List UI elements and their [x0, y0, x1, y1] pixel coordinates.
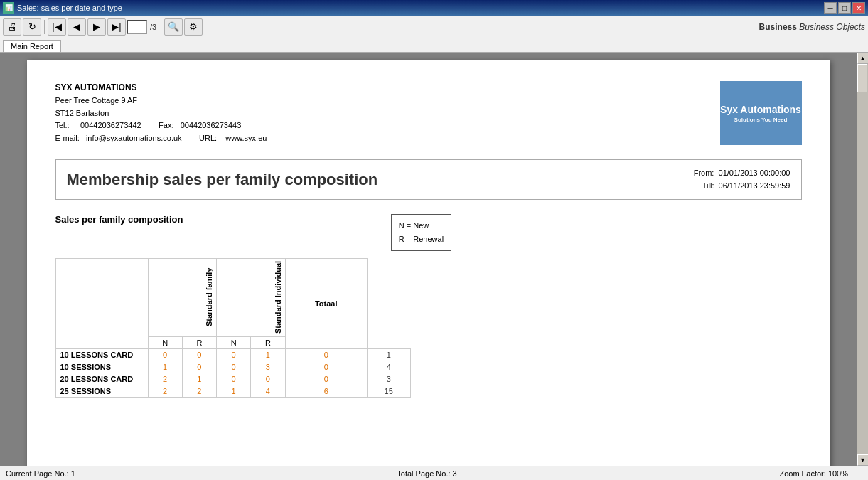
cell-val: 6 — [285, 385, 367, 397]
zoom-status: Zoom Factor: 100% — [577, 469, 862, 478]
cell-val: 1 — [251, 348, 285, 361]
cell-val: 4 — [251, 385, 285, 397]
cell-val: 2 — [182, 385, 216, 397]
report-container: SYX AUTOMATIONS Peer Tree Cottage 9 AF S… — [0, 53, 857, 466]
cell-val: 3 — [251, 361, 285, 373]
cell-val: 0 — [148, 348, 182, 361]
table-row: 10 SESSIONS 1 0 0 3 0 4 — [55, 361, 410, 373]
table-row: 20 LESSONS CARD 2 1 0 0 0 3 — [55, 373, 410, 385]
page-total: /3 — [149, 23, 158, 31]
cell-val: 0 — [285, 361, 367, 373]
empty-header — [55, 258, 148, 348]
cell-total: 3 — [367, 373, 410, 385]
cell-val: 1 — [148, 361, 182, 373]
last-page-button[interactable]: ▶| — [107, 18, 126, 36]
settings-button[interactable]: ⚙ — [184, 18, 203, 36]
company-email: E-mail: info@syxautomations.co.uk URL: w… — [55, 132, 267, 145]
current-page-status: Current Page No.: 1 — [6, 469, 291, 478]
cell-val: 0 — [217, 361, 251, 373]
status-bar: Current Page No.: 1 Total Page No.: 3 Zo… — [0, 466, 868, 480]
minimize-button[interactable]: ─ — [824, 2, 837, 14]
company-tel: Tel.: 00442036273442 Fax: 00442036273443 — [55, 119, 267, 132]
data-table: Standard family Standard Individual Tota… — [55, 258, 411, 398]
sub-n-1: N — [148, 336, 182, 348]
title-bar: 📊 Sales: sales per date and type ─ □ ✕ — [0, 0, 868, 16]
row-label: 10 LESSONS CARD — [55, 348, 148, 361]
cell-val: 0 — [251, 373, 285, 385]
page-number-input[interactable]: 1 — [127, 20, 147, 34]
table-row: 10 LESSONS CARD 0 0 0 1 0 1 — [55, 348, 410, 361]
cell-val: 2 — [148, 385, 182, 397]
sub-n-2: N — [217, 336, 251, 348]
sub-r-1: R — [182, 336, 216, 348]
company-address1: Peer Tree Cottage 9 AF — [55, 95, 267, 107]
separator-2 — [161, 20, 161, 34]
maximize-button[interactable]: □ — [838, 2, 851, 14]
cell-val: 0 — [285, 373, 367, 385]
cell-val: 2 — [148, 373, 182, 385]
row-label: 25 SESSIONS — [55, 385, 148, 397]
company-name: SYX AUTOMATIONS — [55, 81, 267, 95]
cell-val: 1 — [182, 373, 216, 385]
new-button[interactable]: 🖨 — [3, 18, 21, 36]
sub-r-2: R — [251, 336, 285, 348]
col-standard-family: Standard family — [148, 258, 217, 336]
cell-val: 1 — [217, 385, 251, 397]
app-icon: 📊 — [3, 2, 14, 14]
row-label: 20 LESSONS CARD — [55, 373, 148, 385]
table-row: 25 SESSIONS 2 2 1 4 6 15 — [55, 385, 410, 397]
scroll-track[interactable] — [857, 64, 868, 454]
cell-total: 1 — [367, 348, 410, 361]
report-page: SYX AUTOMATIONS Peer Tree Cottage 9 AF S… — [27, 60, 830, 466]
company-info: SYX AUTOMATIONS Peer Tree Cottage 9 AF S… — [55, 81, 267, 145]
scroll-thumb[interactable] — [857, 64, 867, 92]
tab-bar: Main Report — [0, 38, 868, 53]
search-button[interactable]: 🔍 — [164, 18, 183, 36]
company-logo: Syx Automations Solutions You Need — [720, 81, 802, 145]
company-header: SYX AUTOMATIONS Peer Tree Cottage 9 AF S… — [55, 81, 802, 145]
cell-val: 0 — [285, 348, 367, 361]
report-date-range: From: 01/01/2013 00:00:00 Till: 06/11/20… — [694, 167, 791, 192]
first-page-button[interactable]: |◀ — [48, 18, 66, 36]
report-title-box: Membership sales per family composition … — [55, 159, 802, 200]
col-totaal: Totaal — [285, 258, 367, 348]
tab-main-report[interactable]: Main Report — [3, 40, 61, 52]
legend-item-1: N = New — [399, 219, 444, 233]
legend-box: N = New R = Renewal — [391, 214, 451, 250]
cell-val: 0 — [182, 348, 216, 361]
prev-page-button[interactable]: ◀ — [68, 18, 86, 36]
total-pages-status: Total Page No.: 3 — [291, 469, 577, 478]
section-title: Sales per family composition — [55, 214, 183, 225]
next-page-button[interactable]: ▶ — [87, 18, 106, 36]
legend-section: Sales per family composition N = New R =… — [55, 214, 802, 250]
legend-item-2: R = Renewal — [399, 233, 444, 246]
main-area: SYX AUTOMATIONS Peer Tree Cottage 9 AF S… — [0, 53, 868, 466]
cell-total: 4 — [367, 361, 410, 373]
separator-1 — [44, 20, 45, 34]
cell-val: 0 — [182, 361, 216, 373]
company-address2: ST12 Barlaston — [55, 107, 267, 120]
report-title: Membership sales per family composition — [67, 171, 378, 189]
refresh-button[interactable]: ↻ — [23, 18, 41, 36]
scroll-down-button[interactable]: ▼ — [857, 454, 869, 466]
cell-val: 0 — [217, 348, 251, 361]
toolbar: 🖨 ↻ |◀ ◀ ▶ ▶| 1 /3 🔍 ⚙ Business Business… — [0, 16, 868, 38]
cell-total: 15 — [367, 385, 410, 397]
scroll-up-button[interactable]: ▲ — [857, 53, 869, 64]
close-button[interactable]: ✕ — [852, 2, 865, 14]
scrollbar: ▲ ▼ — [857, 53, 868, 466]
row-label: 10 SESSIONS — [55, 361, 148, 373]
business-objects-logo: Business Business Objects — [759, 22, 865, 32]
cell-val: 0 — [217, 373, 251, 385]
window-title: Sales: sales per date and type — [17, 4, 122, 12]
col-standard-individual: Standard Individual — [217, 258, 286, 336]
